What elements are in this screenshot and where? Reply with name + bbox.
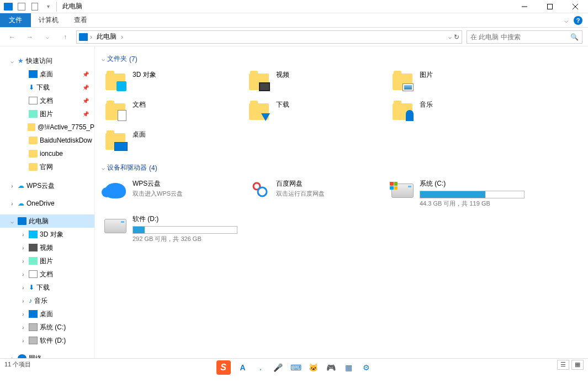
drive-c-usage-bar [420,191,525,198]
tree-item[interactable]: ⬇下载📌 [0,81,94,94]
folder-3d-objects[interactable]: 3D 对象 [102,68,240,96]
search-icon[interactable]: 🔍 [570,33,579,41]
tree-item[interactable]: ioncube [0,147,94,160]
folder-documents[interactable]: 文档 [102,98,240,125]
title-bar: ▾ 此电脑 [0,0,588,13]
history-dropdown-icon[interactable]: ⌵ [41,30,54,44]
tree-item[interactable]: 桌面📌 [0,67,94,81]
tree-item[interactable]: ›图片 [0,254,94,268]
drive-icon [104,219,126,233]
tree-item[interactable]: 文档📌 [0,94,94,107]
tree-item[interactable]: ›3D 对象 [0,228,94,241]
drive-c[interactable]: 系统 (C:) 44.3 GB 可用，共 119 GB [389,177,527,210]
ribbon-expand-icon[interactable]: ⌵ [564,17,568,24]
folders-grid: 3D 对象 视频 图片 文档 下载 音乐 桌面 [102,68,581,155]
folder-pictures[interactable]: 图片 [389,68,527,96]
refresh-button[interactable]: ↻ [454,33,459,41]
window-title: 此电脑 [62,2,82,11]
item-count: 11 个项目 [4,360,31,369]
chevron-down-icon: ⌵ [102,165,105,171]
tree-network[interactable]: ›网络 [0,352,94,358]
new-doc-icon[interactable] [29,1,41,13]
pin-icon: 📌 [82,71,89,77]
ribbon-tabs: 文件 计算机 查看 ⌵ ? [0,13,588,28]
content-pane: ⌵ 文件夹 (7) 3D 对象 视频 图片 文档 下载 音乐 桌面 ⌵ 设备和驱… [95,46,588,358]
tree-item[interactable]: 官网 [0,160,94,174]
ime-engine-icon[interactable]: S [216,360,231,375]
tree-wps[interactable]: ›☁WPS云盘 [0,179,94,192]
qat-dropdown-icon[interactable]: ▾ [42,1,54,13]
ime-grid-icon[interactable]: ▦ [343,362,354,373]
pin-icon: 📌 [82,85,89,91]
chevron-down-icon: ⌵ [102,56,105,62]
tree-item[interactable]: ›⬇下载 [0,281,94,294]
drive-d-usage-bar [133,226,237,234]
breadcrumb-this-pc[interactable]: 此电脑 [94,31,119,43]
folder-videos[interactable]: 视频 [245,68,383,96]
tree-item[interactable]: ›软件 (D:) [0,334,94,347]
nav-tree: ⌵★ 快速访问 桌面📌 ⬇下载📌 文档📌 图片📌 @!#Active_7755_… [0,46,95,358]
cloud-icon [105,183,126,198]
device-wps[interactable]: WPS云盘双击进入WPS云盘 [102,177,240,210]
nav-bar: ← → ⌵ ↑ › 此电脑 › ⌵ ↻ 🔍 [0,28,588,46]
group-folders-header[interactable]: ⌵ 文件夹 (7) [102,54,581,64]
address-bar[interactable]: › 此电脑 › ⌵ ↻ [76,30,462,44]
chevron-right-icon: › [90,33,92,41]
properties-icon[interactable] [15,1,28,13]
tree-item[interactable]: @!#Active_7755_P [0,120,94,134]
ime-lang-icon[interactable]: A [237,362,248,373]
tree-this-pc[interactable]: ⌵此电脑 [0,214,94,228]
device-baidu[interactable]: 百度网盘双击运行百度网盘 [245,177,383,210]
close-button[interactable] [563,0,588,13]
tree-item[interactable]: BaiduNetdiskDow [0,134,94,147]
divider [56,2,57,12]
forward-button[interactable]: → [23,30,36,44]
search-input[interactable] [470,33,570,41]
view-tab[interactable]: 查看 [66,13,95,27]
details-view-button[interactable]: ☰ [557,360,569,370]
svg-point-5 [258,187,267,196]
back-button[interactable]: ← [6,30,19,44]
tree-item[interactable]: 图片📌 [0,107,94,120]
folder-desktop[interactable]: 桌面 [102,128,240,155]
tree-onedrive[interactable]: ›☁OneDrive [0,197,94,210]
folder-downloads[interactable]: 下载 [245,98,383,125]
pin-icon: 📌 [82,98,89,104]
group-devices-header[interactable]: ⌵ 设备和驱动器 (4) [102,163,581,172]
folder-music[interactable]: 音乐 [389,98,527,125]
maximize-button[interactable] [537,0,563,13]
pc-icon [79,33,88,41]
ime-settings-icon[interactable]: ⚙ [361,362,372,373]
ime-emoji-icon[interactable]: 🐱 [308,362,319,373]
drive-d[interactable]: 软件 (D:) 292 GB 可用，共 326 GB [102,212,240,245]
ime-game-icon[interactable]: 🎮 [326,362,337,373]
tree-item[interactable]: ›桌面 [0,307,94,321]
pc-icon[interactable] [2,1,14,13]
icons-view-button[interactable]: ▦ [571,360,584,370]
ime-punct-icon[interactable]: ， [255,362,266,373]
tree-item[interactable]: ›♪音乐 [0,294,94,307]
search-box[interactable]: 🔍 [467,30,582,44]
chevron-right-icon: › [121,33,123,41]
tree-quick-access[interactable]: ⌵★ 快速访问 [0,54,94,67]
ime-toolbar[interactable]: S A ， 🎤 ⌨ 🐱 🎮 ▦ ⚙ [211,359,378,376]
baidu-icon [249,181,269,201]
ime-keyboard-icon[interactable]: ⌨ [290,362,301,373]
tree-item[interactable]: ›文档 [0,268,94,281]
window-controls [512,0,588,13]
up-button[interactable]: ↑ [59,30,72,44]
minimize-button[interactable] [512,0,537,13]
tree-item[interactable]: ›视频 [0,241,94,254]
tree-label: 快速访问 [26,56,52,66]
main-area: ⌵★ 快速访问 桌面📌 ⬇下载📌 文档📌 图片📌 @!#Active_7755_… [0,46,588,358]
devices-grid: WPS云盘双击进入WPS云盘 百度网盘双击运行百度网盘 系统 (C:) 44.3… [102,177,581,245]
file-tab[interactable]: 文件 [0,13,31,27]
pin-icon: 📌 [82,111,89,117]
help-icon[interactable]: ? [574,16,582,25]
svg-rect-1 [548,4,553,9]
ime-mic-icon[interactable]: 🎤 [273,362,284,373]
quick-access-toolbar: ▾ [0,1,54,13]
computer-tab[interactable]: 计算机 [31,13,66,27]
tree-item[interactable]: ›系统 (C:) [0,321,94,334]
address-dropdown-icon[interactable]: ⌵ [448,34,452,40]
